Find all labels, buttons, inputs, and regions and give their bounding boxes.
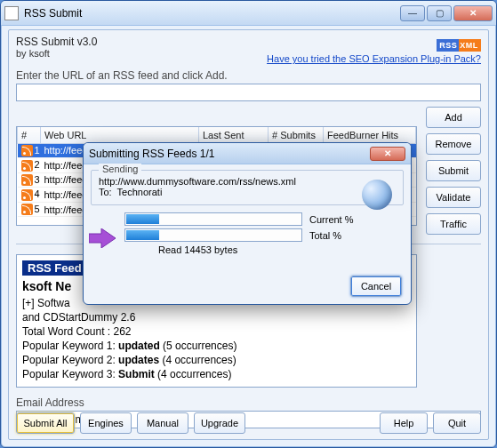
total-progress xyxy=(124,228,302,242)
bottom-buttons: Submit All Engines Manual Upgrade Help Q… xyxy=(16,412,481,434)
side-buttons: Add Remove Submit Validate Traffic xyxy=(426,107,481,235)
help-button[interactable]: Help xyxy=(380,412,428,434)
svg-marker-0 xyxy=(89,228,116,248)
sending-group: Sending http://www.dummysoftware.com/rss… xyxy=(91,170,404,205)
rss-xml-badge: RSS XML xyxy=(437,39,481,52)
cancel-button[interactable]: Cancel xyxy=(350,276,402,297)
current-progress xyxy=(124,212,302,226)
url-input[interactable] xyxy=(16,84,481,101)
sending-legend: Sending xyxy=(99,164,141,174)
validate-button[interactable]: Validate xyxy=(426,187,481,208)
col-url[interactable]: Web URL xyxy=(41,127,199,143)
preview-line1b: and CDStartDummy 2.6 xyxy=(22,311,135,324)
rss-icon xyxy=(21,189,33,201)
arrow-icon xyxy=(89,228,116,248)
quit-button[interactable]: Quit xyxy=(433,412,481,434)
submit-all-button[interactable]: Submit All xyxy=(16,412,75,434)
submitting-dialog: Submitting RSS Feeds 1/1 ✕ Sending http:… xyxy=(83,142,412,305)
to-value: Technorati xyxy=(117,187,163,197)
email-label: Email Address xyxy=(16,396,84,409)
traffic-button[interactable]: Traffic xyxy=(426,213,481,235)
sending-url: http://www.dummysoftware.com/rss/news.xm… xyxy=(99,176,396,187)
col-fb[interactable]: FeedBurner Hits xyxy=(324,127,416,143)
close-button[interactable]: ✕ xyxy=(453,5,493,21)
col-last[interactable]: Last Sent xyxy=(199,127,269,143)
dialog-close-button[interactable]: ✕ xyxy=(370,147,405,161)
engines-button[interactable]: Engines xyxy=(80,412,132,434)
dialog-titlebar[interactable]: Submitting RSS Feeds 1/1 ✕ xyxy=(84,143,411,164)
globe-icon xyxy=(362,180,392,210)
rss-icon xyxy=(21,145,33,156)
remove-button[interactable]: Remove xyxy=(426,133,481,155)
current-label: Current % xyxy=(309,214,354,225)
total-label: Total % xyxy=(309,230,341,241)
preview-wordcount: Total Word Count : 262 xyxy=(22,325,411,338)
minimize-button[interactable]: — xyxy=(400,5,425,21)
app-byline: by ksoft xyxy=(16,48,97,59)
manual-button[interactable]: Manual xyxy=(137,412,188,434)
add-button[interactable]: Add xyxy=(426,107,481,128)
url-prompt: Enter the URL of an RSS feed and click A… xyxy=(16,69,481,82)
upgrade-button[interactable]: Upgrade xyxy=(194,412,245,434)
submit-button[interactable]: Submit xyxy=(426,160,481,181)
col-n[interactable]: # xyxy=(18,127,41,143)
window-title: RSS Submit xyxy=(24,7,400,20)
status-text: Read 14453 bytes xyxy=(158,244,404,255)
app-icon xyxy=(4,6,19,20)
promo-link[interactable]: Have you tried the SEO Expansion Plug-in… xyxy=(267,53,481,64)
preview-badge: RSS Feed xyxy=(22,260,87,276)
col-subs[interactable]: # Submits xyxy=(269,127,324,143)
preview-line1: [+] Softwa xyxy=(22,297,70,309)
to-label: To: xyxy=(99,187,112,197)
dialog-title: Submitting RSS Feeds 1/1 xyxy=(89,148,370,160)
app-title: RSS Submit v3.0 xyxy=(16,36,97,48)
rss-icon xyxy=(21,204,33,215)
maximize-button[interactable]: ▢ xyxy=(427,5,452,21)
titlebar[interactable]: RSS Submit — ▢ ✕ xyxy=(1,1,496,26)
rss-icon xyxy=(21,160,33,172)
rss-icon xyxy=(21,174,33,186)
